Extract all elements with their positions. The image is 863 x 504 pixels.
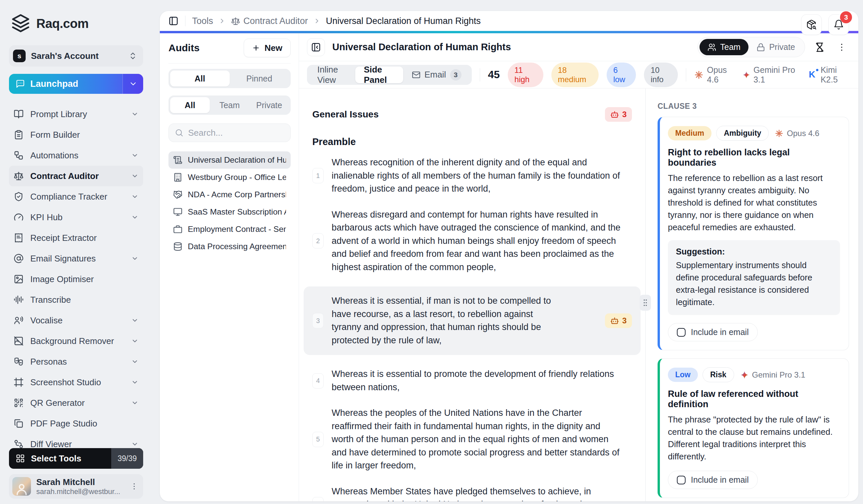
sidebar-item-compliance-tracker[interactable]: Compliance Tracker (9, 186, 143, 207)
clause-paragraph-2[interactable]: 2 Whereas disregard and contempt for hum… (312, 208, 632, 274)
filter-private-tab[interactable]: Private (249, 97, 289, 113)
finding-card-opus[interactable]: Medium Ambiguity Opus 4.6 Right to rebel… (658, 117, 849, 350)
divider (185, 16, 186, 26)
more-vertical-icon[interactable] (130, 482, 138, 491)
sidebar-item-vocalise[interactable]: Vocalise (9, 310, 143, 331)
sidebar-item-transcribe[interactable]: Transcribe (9, 289, 143, 310)
tab-side-panel[interactable]: Side Panel (355, 66, 403, 83)
suggestion-box: Suggestion: Supplementary instruments sh… (668, 240, 840, 315)
building-icon (173, 173, 183, 182)
sidebar-item-receipt-extractor[interactable]: Receipt Extractor (9, 228, 143, 248)
chevrons-up-down-icon (128, 52, 137, 60)
sidebar-item-contract-auditor[interactable]: Contract Auditor (9, 166, 143, 186)
chevron-down-icon (131, 152, 138, 159)
divider (480, 68, 480, 81)
include-in-email-checkbox[interactable]: Include in email (668, 471, 758, 489)
paragraph-number[interactable]: 6 (312, 497, 324, 501)
paragraph-number[interactable]: 4 (312, 373, 324, 389)
audit-item-dpa-gdpr[interactable]: Data Processing Agreement - GD... (168, 238, 291, 255)
clause-paragraph-1[interactable]: 1 Whereas recognition of the inherent di… (312, 156, 632, 196)
select-tools-button[interactable]: Select Tools 39/39 (9, 448, 143, 469)
audit-item-udhr[interactable]: Universal Declaration of Human R... (168, 151, 291, 169)
sidebar-item-form-builder[interactable]: Form Builder (9, 125, 143, 145)
clause-findings-panel: CLAUSE 3 Medium Ambiguity Opus 4.6 Right… (646, 89, 858, 501)
select-tools-count-badge: 39/39 (111, 448, 143, 469)
select-tools-main[interactable]: Select Tools (9, 448, 111, 469)
high-severity-filter[interactable]: 11 high (508, 63, 543, 87)
chevron-down-icon (131, 193, 138, 200)
launchpad-main[interactable]: Launchpad (9, 74, 123, 94)
medium-severity-filter[interactable]: 18 medium (551, 63, 599, 87)
filter-all-visibility-tab[interactable]: All (170, 97, 210, 113)
chevron-down-icon (129, 79, 138, 88)
paragraph-number[interactable]: 2 (312, 233, 324, 248)
new-audit-button[interactable]: New (244, 39, 291, 57)
sidebar-item-background-remover[interactable]: Background Remover (9, 331, 143, 351)
breadcrumb-contract-auditor[interactable]: Contract Auditor (231, 16, 308, 26)
breadcrumb-tools[interactable]: Tools (192, 16, 213, 26)
sidebar-item-image-optimiser[interactable]: Image Optimiser (9, 269, 143, 289)
audit-item-nda-acme[interactable]: NDA - Acme Corp Partnership (168, 186, 291, 203)
low-severity-filter[interactable]: 6 low (606, 63, 636, 87)
tab-email[interactable]: Email 3 (403, 66, 470, 83)
sidebar-item-automations[interactable]: Automations (9, 145, 143, 166)
team-toggle[interactable]: Team (700, 39, 749, 55)
filter-team-tab[interactable]: Team (210, 97, 249, 113)
include-in-email-checkbox[interactable]: Include in email (668, 323, 758, 341)
chevron-down-icon (131, 358, 138, 365)
panel-drag-handle[interactable] (640, 295, 651, 311)
general-issues-ai-count[interactable]: 3 (605, 107, 632, 122)
info-severity-filter[interactable]: 10 info (644, 63, 678, 87)
sidebar-item-personas[interactable]: Personas (9, 351, 143, 372)
sidebar-item-email-signatures[interactable]: Email Signatures (9, 248, 143, 269)
qr-code-icon (14, 398, 24, 408)
collapse-sidebar-button[interactable] (307, 38, 325, 56)
email-count-badge: 3 (450, 69, 462, 80)
model-kimi[interactable]: K Kimi K2.5 (809, 65, 849, 85)
sidebar-item-prompt-library[interactable]: Prompt Library (9, 104, 143, 125)
document-menu-button[interactable] (834, 40, 849, 54)
paragraph-number[interactable]: 3 (312, 313, 324, 328)
clause-paragraph-5[interactable]: 5 Whereas the peoples of the United Nati… (312, 406, 632, 473)
history-off-button[interactable] (812, 40, 827, 54)
severity-badge: Medium (668, 126, 712, 140)
audit-item-saas-agreement[interactable]: SaaS Master Subscription Agree... (168, 203, 291, 221)
audit-item-employment-contract[interactable]: Employment Contract - Senior De... (168, 221, 291, 238)
checkbox[interactable] (677, 476, 686, 484)
model-tag-gemini: Gemini Pro 3.1 (740, 370, 805, 379)
panel-left-icon[interactable] (168, 16, 178, 26)
clause-paragraph-3-highlighted[interactable]: 3 Whereas it is essential, if man is not… (304, 286, 641, 355)
account-switcher[interactable]: s Sarah's Account (9, 45, 143, 66)
launchpad-dropdown[interactable] (123, 74, 143, 94)
tab-inline-view[interactable]: Inline View (309, 66, 355, 83)
paragraph-number[interactable]: 1 (312, 168, 324, 183)
paragraph-number[interactable]: 5 (312, 432, 324, 447)
model-gemini[interactable]: Gemini Pro 3.1 (742, 65, 800, 85)
sidebar-item-diff-viewer[interactable]: Diff Viewer (9, 434, 143, 448)
notifications-button[interactable]: 3 (828, 14, 849, 35)
finding-body: The phrase "protected by the rule of law… (668, 414, 840, 463)
filter-pinned-tab[interactable]: Pinned (230, 70, 289, 87)
clause-3-ai-count[interactable]: 3 (605, 313, 632, 328)
finding-card-gemini[interactable]: Low Risk Gemini Pro 3.1 Rule of law refe… (658, 358, 849, 498)
sidebar-item-screenshot-studio[interactable]: Screenshot Studio (9, 372, 143, 392)
sidebar-item-qr-generator[interactable]: QR Generator (9, 392, 143, 413)
audits-search[interactable] (168, 124, 291, 142)
checkbox[interactable] (677, 328, 686, 337)
account-name: Sarah's Account (31, 51, 123, 61)
clause-paragraph-6[interactable]: 6 Whereas Member States have pledged the… (312, 485, 632, 502)
user-profile-card[interactable]: Sarah Mitchell sarah.mitchell@westbur... (9, 474, 143, 499)
audit-item-westbury-lease[interactable]: Westbury Group - Office Lease R... (168, 169, 291, 186)
search-input[interactable] (188, 128, 284, 138)
claude-starburst-icon (694, 70, 703, 79)
user-meta: Sarah Mitchell sarah.mitchell@westbur... (36, 477, 125, 496)
model-opus[interactable]: Opus 4.6 (694, 65, 734, 85)
sidebar-item-kpi-hub[interactable]: KPI Hub (9, 207, 143, 228)
marketplace-button[interactable] (801, 14, 822, 35)
clause-paragraph-4[interactable]: 4 Whereas it is essential to promote the… (312, 367, 632, 394)
launchpad-button[interactable]: Launchpad (9, 74, 143, 94)
filter-all-tab[interactable]: All (170, 70, 230, 87)
sidebar-item-pdf-page-studio[interactable]: PDF Page Studio (9, 413, 143, 434)
severity-badge: Low (668, 367, 698, 382)
private-toggle[interactable]: Private (749, 39, 803, 55)
